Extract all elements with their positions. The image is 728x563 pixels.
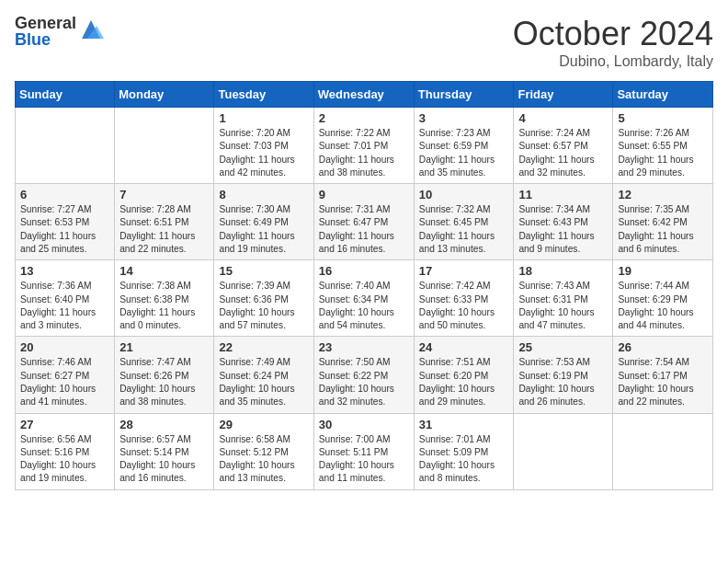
calendar-cell: 29Sunrise: 6:58 AM Sunset: 5:12 PM Dayli… [214, 413, 313, 489]
day-content: Sunrise: 7:49 AM Sunset: 6:24 PM Dayligh… [219, 356, 308, 408]
day-content: Sunrise: 7:54 AM Sunset: 6:17 PM Dayligh… [618, 356, 708, 408]
calendar-cell: 9Sunrise: 7:31 AM Sunset: 6:47 PM Daylig… [313, 184, 414, 260]
day-content: Sunrise: 6:57 AM Sunset: 5:14 PM Dayligh… [119, 433, 209, 486]
day-content: Sunrise: 7:26 AM Sunset: 6:55 PM Dayligh… [618, 127, 708, 179]
calendar-cell: 10Sunrise: 7:32 AM Sunset: 6:45 PM Dayli… [414, 184, 514, 260]
calendar-cell: 14Sunrise: 7:38 AM Sunset: 6:38 PM Dayli… [115, 260, 214, 337]
logo-general-text: General [15, 15, 76, 31]
weekday-header-thursday: Thursday [414, 82, 514, 108]
day-number: 1 [219, 111, 308, 125]
weekday-header-sunday: Sunday [16, 82, 115, 108]
day-number: 25 [518, 340, 608, 354]
day-number: 14 [119, 264, 209, 278]
day-content: Sunrise: 7:22 AM Sunset: 7:01 PM Dayligh… [319, 127, 409, 179]
calendar-week-row: 13Sunrise: 7:36 AM Sunset: 6:40 PM Dayli… [16, 260, 713, 337]
calendar-cell: 28Sunrise: 6:57 AM Sunset: 5:14 PM Dayli… [115, 413, 214, 489]
calendar-cell: 2Sunrise: 7:22 AM Sunset: 7:01 PM Daylig… [313, 108, 414, 184]
day-number: 16 [319, 264, 409, 278]
calendar-cell: 3Sunrise: 7:23 AM Sunset: 6:59 PM Daylig… [414, 108, 514, 184]
day-content: Sunrise: 7:50 AM Sunset: 6:22 PM Dayligh… [319, 356, 409, 408]
logo-blue-text: Blue [15, 31, 76, 48]
day-content: Sunrise: 7:53 AM Sunset: 6:19 PM Dayligh… [518, 356, 608, 408]
title-area: October 2024 Dubino, Lombardy, Italy [513, 15, 713, 70]
calendar-cell: 31Sunrise: 7:01 AM Sunset: 5:09 PM Dayli… [414, 413, 514, 489]
day-number: 2 [319, 111, 409, 125]
day-content: Sunrise: 7:31 AM Sunset: 6:47 PM Dayligh… [319, 203, 409, 256]
day-content: Sunrise: 7:36 AM Sunset: 6:40 PM Dayligh… [20, 280, 109, 332]
day-number: 11 [518, 188, 608, 201]
weekday-header-monday: Monday [115, 82, 214, 108]
day-content: Sunrise: 7:38 AM Sunset: 6:38 PM Dayligh… [119, 280, 209, 332]
calendar-cell: 23Sunrise: 7:50 AM Sunset: 6:22 PM Dayli… [313, 337, 414, 413]
day-number: 4 [518, 111, 608, 125]
calendar-cell: 27Sunrise: 6:56 AM Sunset: 5:16 PM Dayli… [16, 413, 115, 489]
calendar-cell [16, 108, 115, 184]
day-number: 31 [419, 418, 509, 431]
calendar-cell: 26Sunrise: 7:54 AM Sunset: 6:17 PM Dayli… [613, 337, 713, 413]
day-number: 7 [119, 188, 209, 201]
day-number: 24 [419, 340, 509, 354]
day-number: 18 [518, 264, 608, 278]
calendar-cell: 19Sunrise: 7:44 AM Sunset: 6:29 PM Dayli… [613, 260, 713, 337]
day-content: Sunrise: 7:34 AM Sunset: 6:43 PM Dayligh… [518, 203, 608, 256]
calendar-cell [613, 413, 713, 489]
calendar-cell: 6Sunrise: 7:27 AM Sunset: 6:53 PM Daylig… [16, 184, 115, 260]
day-content: Sunrise: 6:58 AM Sunset: 5:12 PM Dayligh… [219, 433, 308, 486]
calendar-week-row: 20Sunrise: 7:46 AM Sunset: 6:27 PM Dayli… [16, 337, 713, 413]
day-number: 6 [20, 188, 109, 201]
day-number: 17 [419, 264, 509, 278]
day-number: 19 [618, 264, 708, 278]
logo: General Blue [15, 15, 104, 48]
calendar-week-row: 6Sunrise: 7:27 AM Sunset: 6:53 PM Daylig… [16, 184, 713, 260]
calendar-cell: 16Sunrise: 7:40 AM Sunset: 6:34 PM Dayli… [313, 260, 414, 337]
location: Dubino, Lombardy, Italy [513, 53, 713, 70]
day-content: Sunrise: 6:56 AM Sunset: 5:16 PM Dayligh… [20, 433, 109, 486]
calendar-cell: 11Sunrise: 7:34 AM Sunset: 6:43 PM Dayli… [514, 184, 613, 260]
calendar-cell: 1Sunrise: 7:20 AM Sunset: 7:03 PM Daylig… [214, 108, 313, 184]
day-number: 23 [319, 340, 409, 354]
calendar-cell: 30Sunrise: 7:00 AM Sunset: 5:11 PM Dayli… [313, 413, 414, 489]
day-number: 26 [618, 340, 708, 354]
day-content: Sunrise: 7:40 AM Sunset: 6:34 PM Dayligh… [319, 280, 409, 332]
day-number: 3 [419, 111, 509, 125]
calendar-cell: 18Sunrise: 7:43 AM Sunset: 6:31 PM Dayli… [514, 260, 613, 337]
day-number: 13 [20, 264, 109, 278]
day-content: Sunrise: 7:30 AM Sunset: 6:49 PM Dayligh… [219, 203, 308, 256]
weekday-header-tuesday: Tuesday [214, 82, 313, 108]
day-number: 30 [319, 418, 409, 431]
calendar-cell: 4Sunrise: 7:24 AM Sunset: 6:57 PM Daylig… [514, 108, 613, 184]
calendar-cell: 12Sunrise: 7:35 AM Sunset: 6:42 PM Dayli… [613, 184, 713, 260]
day-content: Sunrise: 7:35 AM Sunset: 6:42 PM Dayligh… [618, 203, 708, 256]
day-content: Sunrise: 7:28 AM Sunset: 6:51 PM Dayligh… [119, 203, 209, 256]
day-content: Sunrise: 7:32 AM Sunset: 6:45 PM Dayligh… [419, 203, 509, 256]
day-number: 29 [219, 418, 308, 431]
day-content: Sunrise: 7:00 AM Sunset: 5:11 PM Dayligh… [319, 433, 409, 486]
day-content: Sunrise: 7:43 AM Sunset: 6:31 PM Dayligh… [518, 280, 608, 332]
calendar-table: SundayMondayTuesdayWednesdayThursdayFrid… [15, 81, 713, 490]
day-content: Sunrise: 7:20 AM Sunset: 7:03 PM Dayligh… [219, 127, 308, 179]
calendar-cell: 17Sunrise: 7:42 AM Sunset: 6:33 PM Dayli… [414, 260, 514, 337]
day-number: 27 [20, 418, 109, 431]
month-title: October 2024 [513, 15, 713, 53]
day-number: 5 [618, 111, 708, 125]
day-number: 12 [618, 188, 708, 201]
day-content: Sunrise: 7:47 AM Sunset: 6:26 PM Dayligh… [119, 356, 209, 408]
day-content: Sunrise: 7:51 AM Sunset: 6:20 PM Dayligh… [419, 356, 509, 408]
day-number: 15 [219, 264, 308, 278]
day-number: 22 [219, 340, 308, 354]
day-number: 9 [319, 188, 409, 201]
day-number: 20 [20, 340, 109, 354]
calendar-cell: 20Sunrise: 7:46 AM Sunset: 6:27 PM Dayli… [16, 337, 115, 413]
calendar-cell: 8Sunrise: 7:30 AM Sunset: 6:49 PM Daylig… [214, 184, 313, 260]
calendar-cell: 21Sunrise: 7:47 AM Sunset: 6:26 PM Dayli… [115, 337, 214, 413]
calendar-week-row: 1Sunrise: 7:20 AM Sunset: 7:03 PM Daylig… [16, 108, 713, 184]
day-number: 28 [119, 418, 209, 431]
weekday-header-wednesday: Wednesday [313, 82, 414, 108]
day-number: 21 [119, 340, 209, 354]
day-number: 10 [419, 188, 509, 201]
weekday-header-friday: Friday [514, 82, 613, 108]
day-content: Sunrise: 7:27 AM Sunset: 6:53 PM Dayligh… [20, 203, 109, 256]
calendar-cell: 24Sunrise: 7:51 AM Sunset: 6:20 PM Dayli… [414, 337, 514, 413]
calendar-cell: 13Sunrise: 7:36 AM Sunset: 6:40 PM Dayli… [16, 260, 115, 337]
calendar-cell: 7Sunrise: 7:28 AM Sunset: 6:51 PM Daylig… [115, 184, 214, 260]
